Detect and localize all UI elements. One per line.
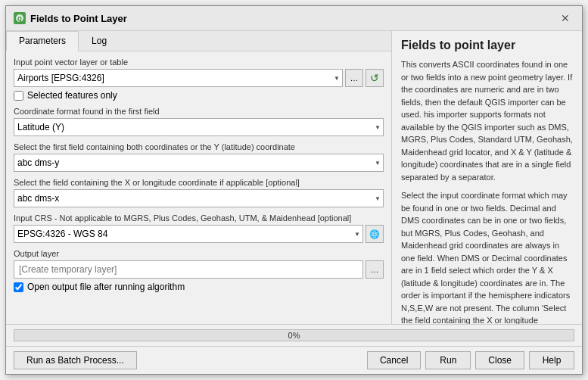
second-field-select[interactable]: abc dms-x <box>14 189 384 207</box>
coord-format-group: Coordinate format found in the first fie… <box>14 107 384 136</box>
app-icon: Q <box>14 12 26 24</box>
progress-area: 0% <box>6 324 582 346</box>
open-output-row: Open output file after running algorithm <box>14 282 384 292</box>
layer-group: Input point vector layer or table Airpor… <box>14 58 384 101</box>
open-output-checkbox[interactable] <box>14 282 23 292</box>
output-browse-button[interactable]: … <box>366 260 384 279</box>
selected-features-label: Selected features only <box>27 90 117 101</box>
crs-input-row: EPSG:4326 - WGS 84 🌐 <box>14 225 384 243</box>
bottom-bar: Run as Batch Process... Cancel Run Close… <box>6 346 582 374</box>
globe-icon: 🌐 <box>369 229 380 239</box>
layer-label: Input point vector layer or table <box>14 58 384 67</box>
first-field-select-wrapper[interactable]: abc dms-y <box>14 154 384 172</box>
help-para1: This converts ASCII coordinates found in… <box>401 58 573 183</box>
output-input[interactable] <box>14 260 363 279</box>
output-label: Output layer <box>14 249 384 258</box>
dots-icon: … <box>350 73 359 83</box>
layer-refresh-button[interactable]: ↺ <box>366 69 384 87</box>
tab-bar: Parameters Log <box>6 31 391 51</box>
coord-format-label: Coordinate format found in the first fie… <box>14 107 384 116</box>
layer-input-row: Airports [EPSG:4326] … ↺ <box>14 69 384 87</box>
crs-select[interactable]: EPSG:4326 - WGS 84 <box>14 225 363 243</box>
output-group: Output layer … Open output file after ru… <box>14 249 384 292</box>
help-para2: Select the input coordinate format which… <box>401 189 573 324</box>
tab-parameters[interactable]: Parameters <box>6 31 79 51</box>
title-bar: Q Fields to Point Layer <box>14 12 127 24</box>
crs-group: Input CRS - Not applicable to MGRS, Plus… <box>14 213 384 243</box>
layer-select[interactable]: Airports [EPSG:4326] <box>14 69 343 87</box>
progress-label: 0% <box>14 331 574 340</box>
parameters-form: Input point vector layer or table Airpor… <box>6 51 391 324</box>
help-button[interactable]: Help <box>529 351 574 369</box>
selected-features-checkbox[interactable] <box>14 91 23 101</box>
selected-features-row: Selected features only <box>14 90 384 101</box>
crs-browse-button[interactable]: 🌐 <box>366 225 384 243</box>
bottom-right-buttons: Cancel Run Close Help <box>367 351 574 369</box>
refresh-icon: ↺ <box>370 72 379 84</box>
coord-format-select[interactable]: Latitude (Y) <box>14 118 384 136</box>
crs-select-wrapper[interactable]: EPSG:4326 - WGS 84 <box>14 225 363 243</box>
open-output-label: Open output file after running algorithm <box>27 282 185 292</box>
cancel-button[interactable]: Cancel <box>367 351 421 369</box>
progress-bar-container: 0% <box>14 329 574 341</box>
second-field-group: Select the field containing the X or lon… <box>14 178 384 207</box>
layer-select-wrapper[interactable]: Airports [EPSG:4326] <box>14 69 343 87</box>
output-input-row: … <box>14 260 384 279</box>
close-dialog-button[interactable]: ✕ <box>556 11 574 26</box>
browse-icon: … <box>371 265 379 274</box>
close-button[interactable]: Close <box>475 351 524 369</box>
coord-format-select-wrapper[interactable]: Latitude (Y) <box>14 118 384 136</box>
first-field-label: Select the first field containing both c… <box>14 142 384 151</box>
crs-label: Input CRS - Not applicable to MGRS, Plus… <box>14 213 384 223</box>
first-field-select[interactable]: abc dms-y <box>14 154 384 172</box>
layer-browse-button[interactable]: … <box>345 69 363 87</box>
second-field-label: Select the field containing the X or lon… <box>14 178 384 187</box>
second-field-select-wrapper[interactable]: abc dms-x <box>14 189 384 207</box>
svg-text:Q: Q <box>17 16 22 22</box>
help-panel: Fields to point layer This converts ASCI… <box>392 31 582 324</box>
first-field-group: Select the first field containing both c… <box>14 142 384 172</box>
help-title: Fields to point layer <box>401 39 573 52</box>
dialog-title: Fields to Point Layer <box>30 13 127 24</box>
run-button[interactable]: Run <box>425 351 471 369</box>
bottom-left-buttons: Run as Batch Process... <box>14 351 137 369</box>
tab-log[interactable]: Log <box>79 31 120 51</box>
help-content: This converts ASCII coordinates found in… <box>401 58 573 324</box>
run-batch-button[interactable]: Run as Batch Process... <box>14 351 137 369</box>
